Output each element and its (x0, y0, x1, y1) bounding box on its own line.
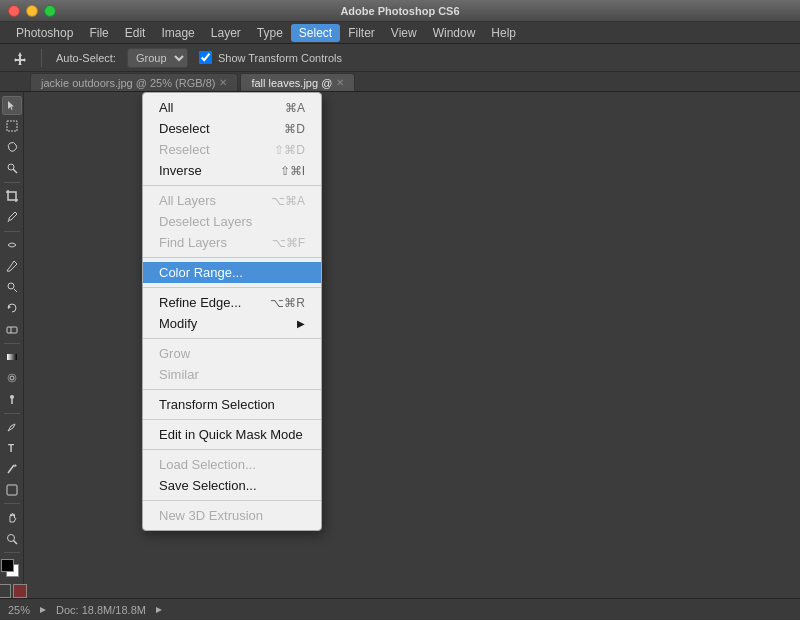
tool-dodge[interactable] (2, 390, 22, 409)
menu-sep-4 (143, 338, 321, 339)
svg-text:T: T (8, 443, 14, 454)
menu-sep-7 (143, 449, 321, 450)
menu-sep-5 (143, 389, 321, 390)
tab-fall-leaves-close[interactable]: ✕ (336, 78, 344, 88)
svg-marker-1 (8, 101, 14, 110)
menu-type[interactable]: Type (249, 24, 291, 42)
menu-item-load-selection[interactable]: Load Selection... (143, 454, 321, 475)
tool-path-select[interactable] (2, 460, 22, 479)
tool-lasso[interactable] (2, 138, 22, 157)
minimize-button[interactable] (26, 5, 38, 17)
tool-selection[interactable] (2, 96, 22, 115)
menu-file[interactable]: File (81, 24, 116, 42)
maximize-button[interactable] (44, 5, 56, 17)
status-bar: 25% Doc: 18.8M/18.8M (0, 598, 800, 620)
close-button[interactable] (8, 5, 20, 17)
menu-item-reselect[interactable]: Reselect ⇧⌘D (143, 139, 321, 160)
tool-gradient[interactable] (2, 348, 22, 367)
menu-image[interactable]: Image (153, 24, 202, 42)
svg-point-5 (8, 283, 14, 289)
svg-line-4 (13, 169, 17, 173)
auto-select-label: Auto-Select: (49, 47, 123, 69)
tool-quick-select[interactable] (2, 159, 22, 178)
standard-mode[interactable] (0, 584, 11, 598)
mask-buttons (0, 584, 27, 598)
tool-zoom[interactable] (2, 529, 22, 548)
tool-shape[interactable] (2, 480, 22, 499)
foreground-color[interactable] (1, 559, 14, 572)
menu-item-grow[interactable]: Grow (143, 343, 321, 364)
color-picker[interactable] (1, 559, 23, 580)
tool-pen[interactable] (2, 418, 22, 437)
menu-bar: Photoshop File Edit Image Layer Type Sel… (0, 22, 800, 44)
menu-item-save-selection[interactable]: Save Selection... (143, 475, 321, 496)
title-bar: Adobe Photoshop CS6 (0, 0, 800, 22)
menu-window[interactable]: Window (425, 24, 484, 42)
tool-clone[interactable] (2, 278, 22, 297)
tool-marquee[interactable] (2, 117, 22, 136)
menu-item-inverse[interactable]: Inverse ⇧⌘I (143, 160, 321, 181)
menu-sep-3 (143, 287, 321, 288)
tool-sep-3 (4, 343, 20, 344)
menu-help[interactable]: Help (483, 24, 524, 42)
select-dropdown-menu: All ⌘A Deselect ⌘D Reselect ⇧⌘D Inverse … (142, 92, 322, 531)
canvas-wrapper: All ⌘A Deselect ⌘D Reselect ⇧⌘D Inverse … (24, 92, 800, 598)
tool-hand[interactable] (2, 508, 22, 527)
svg-rect-2 (7, 121, 17, 131)
menu-sep-6 (143, 419, 321, 420)
tabs: jackie outdoors.jpg @ 25% (RGB/8) ✕ fall… (0, 72, 800, 92)
menu-item-all-layers[interactable]: All Layers ⌥⌘A (143, 190, 321, 211)
tool-sep-1 (4, 182, 20, 183)
menu-layer[interactable]: Layer (203, 24, 249, 42)
tool-sep-5 (4, 503, 20, 504)
tool-history[interactable] (2, 299, 22, 318)
tool-sep-6 (4, 552, 20, 553)
tool-sep-2 (4, 231, 20, 232)
tab-jackie[interactable]: jackie outdoors.jpg @ 25% (RGB/8) ✕ (30, 73, 238, 91)
tool-type[interactable]: T (2, 439, 22, 458)
menu-item-refine-edge[interactable]: Refine Edge... ⌥⌘R (143, 292, 321, 313)
tool-patch[interactable] (2, 236, 22, 255)
menu-item-modify[interactable]: Modify ▶ (143, 313, 321, 334)
menu-item-deselect-layers[interactable]: Deselect Layers (143, 211, 321, 232)
show-transform-label: Show Transform Controls (192, 47, 349, 69)
doc-arrow[interactable] (154, 605, 164, 615)
menu-filter[interactable]: Filter (340, 24, 383, 42)
menu-item-transform-selection[interactable]: Transform Selection (143, 394, 321, 415)
menu-item-deselect[interactable]: Deselect ⌘D (143, 118, 321, 139)
window-buttons (8, 5, 56, 17)
svg-point-11 (10, 376, 14, 380)
auto-select-dropdown[interactable]: Group Layer (127, 48, 188, 68)
tool-blur[interactable] (2, 369, 22, 388)
menu-item-new-3d[interactable]: New 3D Extrusion (143, 505, 321, 526)
move-icon (13, 51, 27, 65)
menu-item-quick-mask[interactable]: Edit in Quick Mask Mode (143, 424, 321, 445)
menu-select[interactable]: Select (291, 24, 340, 42)
show-transform-checkbox[interactable] (199, 51, 212, 64)
svg-marker-6 (8, 305, 11, 309)
toolbar-sep-1 (41, 49, 42, 67)
menu-view[interactable]: View (383, 24, 425, 42)
menu-item-find-layers[interactable]: Find Layers ⌥⌘F (143, 232, 321, 253)
tab-jackie-close[interactable]: ✕ (219, 78, 227, 88)
menu-item-all[interactable]: All ⌘A (143, 97, 321, 118)
menu-item-similar[interactable]: Similar (143, 364, 321, 385)
tool-eyedropper[interactable] (2, 208, 22, 227)
tab-fall-leaves[interactable]: fall leaves.jpg @ ✕ (240, 73, 355, 91)
tool-eraser[interactable] (2, 320, 22, 339)
nav-arrow-icon (38, 605, 48, 615)
zoom-level: 25% (8, 604, 30, 616)
doc-arrow-icon (154, 605, 164, 615)
svg-rect-7 (7, 327, 17, 333)
main-area: T (0, 92, 800, 598)
tool-crop[interactable] (2, 187, 22, 206)
nav-arrow[interactable] (38, 605, 48, 615)
svg-marker-20 (156, 607, 162, 613)
tool-brush[interactable] (2, 257, 22, 276)
toolbar-move-tool (6, 47, 34, 69)
menu-photoshop[interactable]: Photoshop (8, 24, 81, 42)
menu-sep-2 (143, 257, 321, 258)
svg-rect-16 (7, 485, 17, 495)
menu-edit[interactable]: Edit (117, 24, 154, 42)
menu-item-color-range[interactable]: Color Range... (143, 262, 321, 283)
